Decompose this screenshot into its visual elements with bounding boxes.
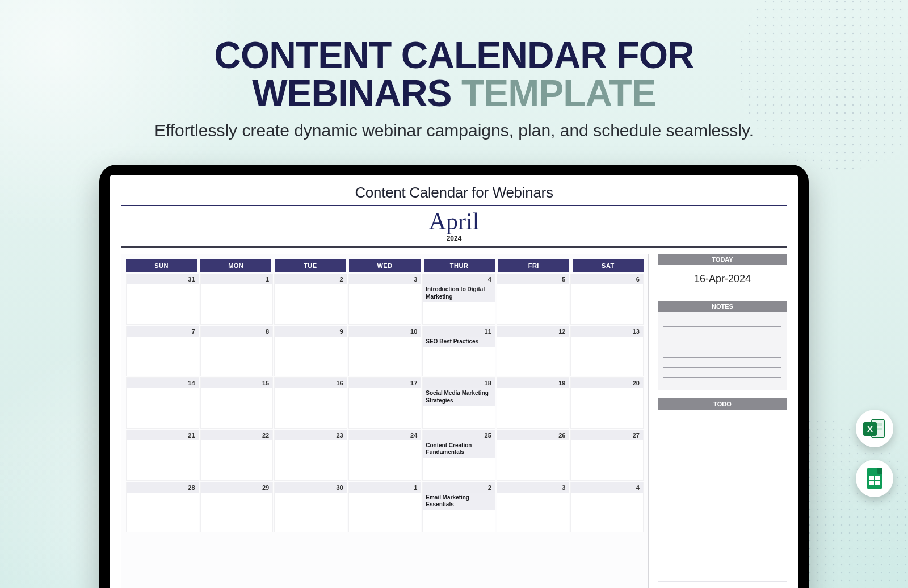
calendar-cell[interactable]: 15 — [200, 377, 274, 429]
day-header-sat: SAT — [573, 259, 644, 272]
calendar-cell[interactable]: 21 — [126, 430, 199, 481]
calendar-cell[interactable]: 2 — [274, 274, 347, 325]
day-header-mon: MON — [200, 259, 271, 272]
tablet-frame: Content Calendar for Webinars April 2024… — [99, 165, 809, 588]
calendar-event[interactable]: Email Marketing Essentials — [423, 493, 495, 510]
calendar-cell[interactable]: 4 — [570, 482, 644, 533]
calendar-cell[interactable]: 25Content Creation Fundamentals — [422, 430, 495, 481]
calendar-date-number: 26 — [497, 430, 569, 440]
calendar-cell[interactable]: 30 — [274, 482, 347, 533]
calendar-cell[interactable]: 11SEO Best Practices — [422, 326, 495, 377]
day-header-sun: SUN — [126, 259, 197, 272]
calendar-cell[interactable]: 16 — [274, 377, 347, 429]
calendar-date-number: 14 — [127, 378, 199, 388]
calendar-date-number: 6 — [571, 274, 643, 284]
calendar-cell[interactable]: 23 — [274, 430, 347, 481]
sidebar-today-label: TODAY — [658, 254, 787, 265]
calendar-week: 1415161718Social Media Marketing Strateg… — [126, 377, 644, 429]
calendar-cell[interactable]: 1 — [200, 274, 274, 325]
calendar-cell[interactable]: 27 — [570, 430, 644, 481]
calendar-date-number: 2 — [275, 274, 347, 284]
excel-icon-pill[interactable]: X — [856, 410, 893, 447]
calendar-date-number: 27 — [571, 430, 643, 440]
title-line-1: CONTENT CALENDAR FOR — [214, 34, 693, 76]
sidebar-todo: TODO — [658, 398, 787, 582]
calendar-date-number: 4 — [423, 274, 495, 284]
calendar-date-number: 10 — [349, 326, 421, 337]
calendar-date-number: 11 — [423, 326, 495, 337]
title-line-2a: WEBINARS — [252, 72, 461, 114]
calendar-event[interactable]: Social Media Marketing Strategies — [423, 388, 495, 406]
calendar-cell[interactable]: 13 — [570, 326, 644, 377]
note-line — [663, 368, 781, 378]
calendar-date-number: 1 — [349, 482, 421, 493]
tablet-screen: Content Calendar for Webinars April 2024… — [110, 175, 798, 588]
calendar-cell[interactable]: 28 — [126, 482, 199, 533]
excel-icon: X — [863, 417, 886, 440]
calendar-date-number: 13 — [571, 326, 643, 337]
calendar-date-number: 15 — [201, 378, 273, 388]
calendar-date-number: 31 — [127, 274, 199, 284]
calendar-cell[interactable]: 20 — [570, 377, 644, 429]
calendar-cell[interactable]: 18Social Media Marketing Strategies — [422, 377, 495, 429]
calendar-cell[interactable]: 19 — [497, 377, 570, 429]
calendar-date-number: 12 — [497, 326, 569, 337]
calendar-date-number: 2 — [423, 482, 495, 493]
calendar-cell[interactable]: 24 — [348, 430, 422, 481]
calendar-cell[interactable]: 10 — [348, 326, 422, 377]
calendar-week: 28293012Email Marketing Essentials34 — [126, 482, 644, 533]
calendar-cell[interactable]: 3 — [497, 482, 570, 533]
calendar-cell[interactable]: 31 — [126, 274, 199, 325]
calendar-cell[interactable]: 5 — [497, 274, 570, 325]
calendar-cell[interactable]: 7 — [126, 326, 199, 377]
sidebar-today: TODAY 16-Apr-2024 — [658, 254, 787, 293]
calendar-event[interactable]: Content Creation Fundamentals — [423, 440, 495, 458]
note-line — [663, 378, 781, 388]
sidebar-notes: NOTES — [658, 301, 787, 390]
calendar-event[interactable]: SEO Best Practices — [423, 337, 495, 347]
calendar-cell[interactable]: 17 — [348, 377, 422, 429]
calendar-date-number: 19 — [497, 378, 569, 388]
page-title: CONTENT CALENDAR FOR WEBINARS TEMPLATE — [0, 36, 908, 113]
day-header-wed: WED — [349, 259, 420, 272]
calendar-date-number: 25 — [423, 430, 495, 440]
todo-body[interactable] — [658, 410, 787, 582]
note-line — [663, 337, 781, 347]
calendar-date-number: 16 — [275, 378, 347, 388]
note-line — [663, 358, 781, 368]
sidebar-todo-label: TODO — [658, 398, 787, 410]
calendar-date-number: 21 — [127, 430, 199, 440]
calendar-date-number: 18 — [423, 378, 495, 388]
calendar-cell[interactable]: 6 — [570, 274, 644, 325]
calendar-date-number: 8 — [201, 326, 273, 337]
calendar-cell[interactable]: 4Introduction to Digital Marketing — [422, 274, 495, 325]
calendar-cell[interactable]: 3 — [348, 274, 422, 325]
calendar-week: 7891011SEO Best Practices1213 — [126, 326, 644, 377]
calendar-date-number: 24 — [349, 430, 421, 440]
page-subtitle: Effortlessly create dynamic webinar camp… — [0, 121, 908, 140]
calendar-date-number: 28 — [127, 482, 199, 493]
calendar-cell[interactable]: 14 — [126, 377, 199, 429]
calendar-week: 2122232425Content Creation Fundamentals2… — [126, 430, 644, 481]
calendar-cell[interactable]: 1 — [348, 482, 422, 533]
day-header-tue: TUE — [275, 259, 346, 272]
notes-body[interactable] — [658, 312, 787, 390]
year-label: 2024 — [121, 234, 787, 242]
calendar-event[interactable]: Introduction to Digital Marketing — [423, 284, 495, 302]
calendar-date-number: 5 — [497, 274, 569, 284]
note-line — [663, 327, 781, 337]
sidebar-notes-label: NOTES — [658, 301, 787, 312]
calendar-cell[interactable]: 9 — [274, 326, 347, 377]
calendar-cell[interactable]: 26 — [497, 430, 570, 481]
day-header-fri: FRI — [498, 259, 569, 272]
divider — [121, 205, 787, 206]
calendar-cell[interactable]: 8 — [200, 326, 274, 377]
calendar-cell[interactable]: 29 — [200, 482, 274, 533]
note-line — [663, 317, 781, 327]
calendar-cell[interactable]: 2Email Marketing Essentials — [422, 482, 495, 533]
calendar-cell[interactable]: 22 — [200, 430, 274, 481]
hero-header: CONTENT CALENDAR FOR WEBINARS TEMPLATE E… — [0, 0, 908, 140]
google-sheets-icon-pill[interactable] — [856, 460, 893, 497]
calendar-cell[interactable]: 12 — [497, 326, 570, 377]
month-label: April — [121, 209, 787, 233]
